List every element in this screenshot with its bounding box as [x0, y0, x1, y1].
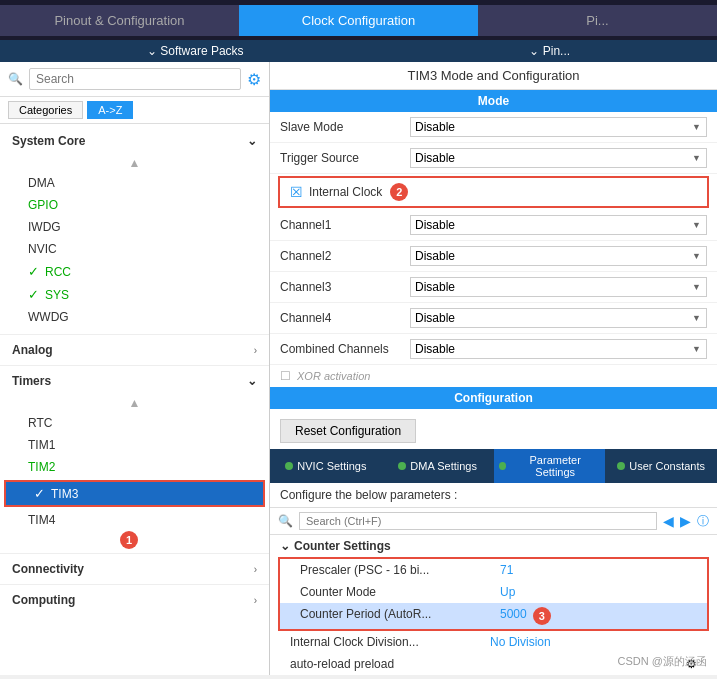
tab-categories[interactable]: Categories: [8, 101, 83, 119]
tree-item-wwdg[interactable]: WWDG: [0, 306, 269, 328]
tree-item-tim1[interactable]: TIM1: [0, 434, 269, 456]
channel2-select[interactable]: Disable: [410, 246, 707, 266]
tree-item-sys[interactable]: ✓ SYS: [0, 283, 269, 306]
badge-3: 3: [533, 607, 551, 625]
tab-pin-abbr[interactable]: Pi...: [478, 5, 717, 36]
system-core-section: System Core ⌄ ▲ DMA GPIO IWDG NVIC ✓ RCC…: [0, 124, 269, 332]
channel2-select-wrapper: Disable: [410, 246, 707, 266]
computing-header[interactable]: Computing ›: [0, 587, 269, 613]
slave-mode-row: Slave Mode Disable: [270, 112, 717, 143]
channel3-row: Channel3 Disable: [270, 272, 717, 303]
counter-period-label: Counter Period (AutoR...: [300, 607, 500, 625]
system-core-header[interactable]: System Core ⌄: [0, 128, 269, 154]
slave-mode-label: Slave Mode: [280, 120, 410, 134]
channel4-select-wrapper: Disable: [410, 308, 707, 328]
xor-checkbox[interactable]: ☐: [280, 369, 291, 383]
channel3-select[interactable]: Disable: [410, 277, 707, 297]
reset-config-button[interactable]: Reset Configuration: [280, 419, 416, 443]
analog-chevron: ›: [254, 345, 257, 356]
software-packs-link[interactable]: ⌄ Software Packs: [147, 44, 244, 58]
trigger-source-select[interactable]: Disable: [410, 148, 707, 168]
divider-2: [0, 365, 269, 366]
channel1-row: Channel1 Disable: [270, 210, 717, 241]
category-tabs: Categories A->Z: [0, 97, 269, 124]
system-core-chevron: ⌄: [247, 134, 257, 148]
tree-item-iwdg[interactable]: IWDG: [0, 216, 269, 238]
timers-scroll-up[interactable]: ▲: [0, 394, 269, 412]
nvic-dot: [285, 462, 293, 470]
software-packs-bar: ⌄ Software Packs ⌄ Pin...: [0, 40, 717, 62]
prescaler-value: 71: [500, 563, 513, 577]
tree-item-tim2[interactable]: TIM2: [0, 456, 269, 478]
tree-item-tim4[interactable]: TIM4: [0, 509, 269, 531]
internal-clock-row: ☒ Internal Clock 2: [278, 176, 709, 208]
badge1-container: 1: [0, 531, 269, 551]
config-tabs: NVIC Settings DMA Settings Parameter Set…: [270, 449, 717, 483]
tab-user-constants[interactable]: User Constants: [605, 449, 717, 483]
tab-nvic-settings[interactable]: NVIC Settings: [270, 449, 382, 483]
panel-title: TIM3 Mode and Configuration: [270, 62, 717, 90]
combined-select[interactable]: Disable: [410, 339, 707, 359]
param-search-input[interactable]: [299, 512, 657, 530]
tree-content: System Core ⌄ ▲ DMA GPIO IWDG NVIC ✓ RCC…: [0, 124, 269, 675]
sys-check: ✓: [28, 287, 39, 302]
left-panel: 🔍 ⚙ Categories A->Z System Core ⌄ ▲ DMA …: [0, 62, 270, 675]
tab-dma-settings[interactable]: DMA Settings: [382, 449, 494, 483]
rcc-check: ✓: [28, 264, 39, 279]
counter-period-row[interactable]: Counter Period (AutoR... 5000 3: [280, 603, 707, 629]
internal-clock-checkbox[interactable]: ☒: [290, 184, 303, 200]
counter-mode-label: Counter Mode: [300, 585, 500, 599]
prescaler-row[interactable]: Prescaler (PSC - 16 bi... 71: [280, 559, 707, 581]
counter-period-value: 5000: [500, 607, 527, 625]
tree-item-rcc[interactable]: ✓ RCC: [0, 260, 269, 283]
tree-item-dma[interactable]: DMA: [0, 172, 269, 194]
badge-2: 2: [390, 183, 408, 201]
top-tabs-bar: Pinout & Configuration Clock Configurati…: [0, 0, 717, 62]
user-dot: [617, 462, 625, 470]
prev-icon[interactable]: ◀: [663, 513, 674, 529]
counter-chevron: ⌄: [280, 539, 290, 553]
channel4-select[interactable]: Disable: [410, 308, 707, 328]
next-icon[interactable]: ▶: [680, 513, 691, 529]
counter-mode-row[interactable]: Counter Mode Up: [280, 581, 707, 603]
tab-az[interactable]: A->Z: [87, 101, 133, 119]
slave-mode-select[interactable]: Disable: [410, 117, 707, 137]
analog-header[interactable]: Analog ›: [0, 337, 269, 363]
main-layout: 🔍 ⚙ Categories A->Z System Core ⌄ ▲ DMA …: [0, 62, 717, 675]
connectivity-header[interactable]: Connectivity ›: [0, 556, 269, 582]
counter-mode-value: Up: [500, 585, 515, 599]
counter-settings-header[interactable]: ⌄ Counter Settings: [270, 535, 717, 557]
tab-pinout[interactable]: Pinout & Configuration: [0, 5, 239, 36]
connectivity-chevron: ›: [254, 564, 257, 575]
tree-item-gpio[interactable]: GPIO: [0, 194, 269, 216]
search-input[interactable]: [29, 68, 241, 90]
counter-rows-box: Prescaler (PSC - 16 bi... 71 Counter Mod…: [278, 557, 709, 631]
tab-clock[interactable]: Clock Configuration: [239, 5, 478, 36]
param-search-icon: 🔍: [278, 514, 293, 528]
divider-3: [0, 553, 269, 554]
scroll-up-arrow[interactable]: ▲: [0, 154, 269, 172]
tree-item-nvic[interactable]: NVIC: [0, 238, 269, 260]
channel1-select[interactable]: Disable: [410, 215, 707, 235]
mode-section-header: Mode: [270, 90, 717, 112]
auto-reload-label: auto-reload preload: [290, 657, 490, 671]
computing-chevron: ›: [254, 595, 257, 606]
trigger-source-select-wrapper: Disable: [410, 148, 707, 168]
gear-icon[interactable]: ⚙: [247, 70, 261, 89]
info-icon[interactable]: ⓘ: [697, 513, 709, 530]
tab-parameter-settings[interactable]: Parameter Settings: [494, 449, 606, 483]
divider-4: [0, 584, 269, 585]
timers-section: Timers ⌄ ▲ RTC TIM1 TIM2 ✓ TIM3 TIM4: [0, 368, 269, 531]
timers-header[interactable]: Timers ⌄: [0, 368, 269, 394]
tree-item-tim3[interactable]: ✓ TIM3: [6, 482, 263, 505]
clock-division-row[interactable]: Internal Clock Division... No Division: [270, 631, 717, 653]
clock-division-value: No Division: [490, 635, 551, 649]
trigger-source-label: Trigger Source: [280, 151, 410, 165]
config-section: Reset Configuration NVIC Settings DMA Se…: [270, 413, 717, 675]
params-label: Configure the below parameters :: [270, 483, 717, 508]
clock-division-label: Internal Clock Division...: [290, 635, 490, 649]
tree-item-rtc[interactable]: RTC: [0, 412, 269, 434]
pin-link[interactable]: ⌄ Pin...: [529, 44, 570, 58]
timers-chevron: ⌄: [247, 374, 257, 388]
combined-select-wrapper: Disable: [410, 339, 707, 359]
